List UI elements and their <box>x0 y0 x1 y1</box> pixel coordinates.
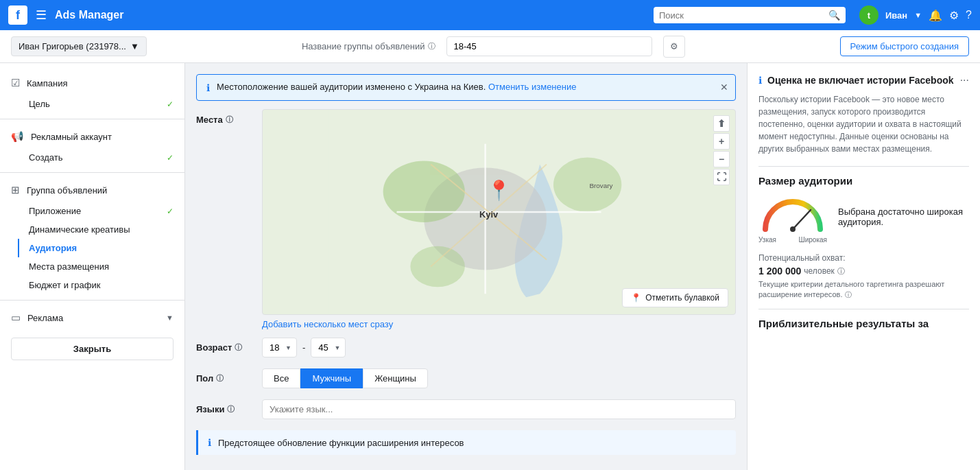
search-box: 🔍 <box>654 7 846 23</box>
right-panel: ℹ Оценка не включает истории Facebook ··… <box>747 63 980 470</box>
sidebar-ad-account-label: Рекламный аккаунт <box>31 132 112 142</box>
age-label: Возраст ⓘ <box>196 342 251 353</box>
reach-row: Потенциальный охват: <box>758 253 969 263</box>
bottom-notice-icon: ℹ <box>208 437 211 448</box>
rp-divider <box>758 166 969 167</box>
sidebar-item-dynamic[interactable]: Динамические креативы <box>29 220 184 239</box>
hamburger-icon[interactable]: ☰ <box>36 8 47 23</box>
undo-link[interactable]: Отменить изменение <box>488 82 576 92</box>
nav-right: t Иван ▼ 🔔 ⚙ ? <box>859 5 972 25</box>
gender-female-button[interactable]: Женщины <box>363 368 428 388</box>
sidebar-divider-1 <box>0 119 184 119</box>
gender-all-button[interactable]: Все <box>262 368 300 388</box>
rp-header: ℹ Оценка не включает истории Facebook ··… <box>758 74 969 86</box>
campaign-icon: ☑ <box>11 77 20 89</box>
reach-value: 1 200 000 <box>758 266 801 277</box>
map-container[interactable]: Kyiv Brovary 📍 ⬆ + − ⛶ <box>262 109 736 315</box>
audience-title: Размер аудитории <box>758 175 969 187</box>
sidebar-campaign-label: Кампания <box>27 78 68 89</box>
sidebar-item-ad-group[interactable]: ⊞ Группа объявлений <box>0 178 184 202</box>
languages-label: Языки ⓘ <box>196 404 251 414</box>
svg-point-4 <box>410 246 464 287</box>
search-input[interactable] <box>659 10 824 21</box>
group-gear-button[interactable]: ⚙ <box>663 36 685 58</box>
age-to-wrap: 45505565 <box>311 338 346 357</box>
add-multiple-link[interactable]: Добавить несколько мест сразу <box>262 319 736 329</box>
map-zoom-out[interactable]: − <box>713 151 730 167</box>
content-area: ℹ Местоположение вашей аудитории изменен… <box>185 63 980 470</box>
bottom-notice: ℹ Предстоящее обновление функции расшире… <box>196 430 736 455</box>
facebook-logo: f <box>8 5 27 25</box>
svg-text:Brovary: Brovary <box>589 182 612 189</box>
age-from-wrap: 18212530 <box>262 338 297 357</box>
pin-icon: 📍 <box>631 293 641 303</box>
sidebar-item-placements[interactable]: Места размещения <box>29 257 184 276</box>
sidebar-item-campaign[interactable]: ☑ Кампания <box>0 71 184 95</box>
sidebar-item-audience[interactable]: Аудитория <box>18 239 184 257</box>
notification-text: Местоположение вашей аудитории изменено … <box>217 82 726 92</box>
sidebar-item-app[interactable]: Приложение ✓ <box>29 202 184 220</box>
close-button[interactable]: Закрыть <box>11 338 174 360</box>
languages-info-icon[interactable]: ⓘ <box>227 404 235 414</box>
user-dropdown-icon[interactable]: ▼ <box>914 11 922 19</box>
rp-title: Оценка не включает истории Facebook <box>767 75 955 86</box>
rp-more-icon[interactable]: ··· <box>960 74 969 86</box>
sidebar-item-ad-account[interactable]: 📢 Рекламный аккаунт <box>0 125 184 148</box>
bottom-notice-text: Предстоящее обновление функции расширени… <box>218 438 464 448</box>
reach-value-row: 1 200 000 человек ⓘ <box>758 266 969 277</box>
targeting-text: Текущие критерии детального таргетинга р… <box>758 279 969 301</box>
sidebar-item-create[interactable]: Создать ✓ <box>29 148 184 167</box>
account-dropdown-icon: ▼ <box>130 41 139 51</box>
gauge-labels: Узкая Широкая <box>758 236 827 244</box>
help-icon[interactable]: ? <box>966 9 972 21</box>
account-name: Иван Григорьев (231978... <box>19 41 126 51</box>
group-name-input[interactable] <box>446 36 652 56</box>
svg-text:Kyiv: Kyiv <box>479 209 499 220</box>
notif-info-icon: ℹ <box>206 82 210 93</box>
map-fullscreen[interactable]: ⛶ <box>713 169 730 185</box>
gauge-section: Узкая Широкая Выбрана достаточно широкая… <box>758 195 969 244</box>
gauge-wide-label: Широкая <box>799 236 827 244</box>
top-navigation: f ☰ Ads Manager 🔍 t Иван ▼ 🔔 ⚙ ? <box>0 0 980 30</box>
gender-male-button[interactable]: Мужчины <box>300 368 363 388</box>
location-label: Места ⓘ <box>196 109 251 125</box>
map-wrapper: Kyiv Brovary 📍 ⬆ + − ⛶ <box>262 109 736 329</box>
gender-info-icon[interactable]: ⓘ <box>216 373 224 384</box>
sidebar-item-ad[interactable]: ▭ Реклама ▼ <box>0 306 184 329</box>
ad-account-icon: 📢 <box>11 130 24 143</box>
group-name-info-icon[interactable]: ⓘ <box>428 41 435 51</box>
sidebar-sub-campaign: Цель ✓ <box>0 95 184 113</box>
reach-info-icon[interactable]: ⓘ <box>837 266 845 277</box>
sidebar-divider-3 <box>0 300 184 301</box>
map-pin: 📍 <box>487 179 511 202</box>
ad-dropdown-icon: ▼ <box>166 314 174 322</box>
main-layout: ☑ Кампания Цель ✓ 📢 Рекламный аккаунт Со… <box>0 63 980 470</box>
map-scroll-up[interactable]: ⬆ <box>713 115 730 132</box>
age-to-select[interactable]: 45505565 <box>311 338 346 357</box>
map-zoom-in[interactable]: + <box>713 133 730 150</box>
quick-create-button[interactable]: Режим быстрого создания <box>840 36 969 56</box>
age-separator: - <box>302 342 305 353</box>
age-section: Возраст ⓘ 18212530 - 45505565 <box>196 338 736 357</box>
sidebar-item-goal[interactable]: Цель ✓ <box>29 95 184 113</box>
age-info-icon[interactable]: ⓘ <box>235 342 242 353</box>
sidebar-sub-ad-account: Создать ✓ <box>0 148 184 167</box>
pin-button[interactable]: 📍 Отметить булавкой <box>622 288 728 307</box>
languages-section: Языки ⓘ <box>196 399 736 419</box>
gear-icon[interactable]: ⚙ <box>949 9 959 22</box>
rp-info-icon: ℹ <box>758 75 762 86</box>
bell-icon[interactable]: 🔔 <box>929 9 942 22</box>
location-info-icon[interactable]: ⓘ <box>226 115 233 125</box>
sidebar-sub-ad-group: Приложение ✓ Динамические креативы Аудит… <box>0 202 184 294</box>
notification-close-button[interactable]: ✕ <box>720 82 728 93</box>
sidebar: ☑ Кампания Цель ✓ 📢 Рекламный аккаунт Со… <box>0 63 185 470</box>
avatar: t <box>859 5 879 25</box>
age-from-select[interactable]: 18212530 <box>262 338 297 357</box>
targeting-info-icon[interactable]: ⓘ <box>845 291 852 298</box>
languages-input[interactable] <box>262 399 736 419</box>
nav-user-name[interactable]: Иван <box>885 10 907 21</box>
sidebar-item-budget[interactable]: Бюджет и график <box>29 276 184 294</box>
account-selector[interactable]: Иван Григорьев (231978... ▼ <box>11 36 147 56</box>
ad-group-icon: ⊞ <box>11 184 20 196</box>
reach-info: Выбрана достаточно широкая аудитория. <box>838 207 969 233</box>
